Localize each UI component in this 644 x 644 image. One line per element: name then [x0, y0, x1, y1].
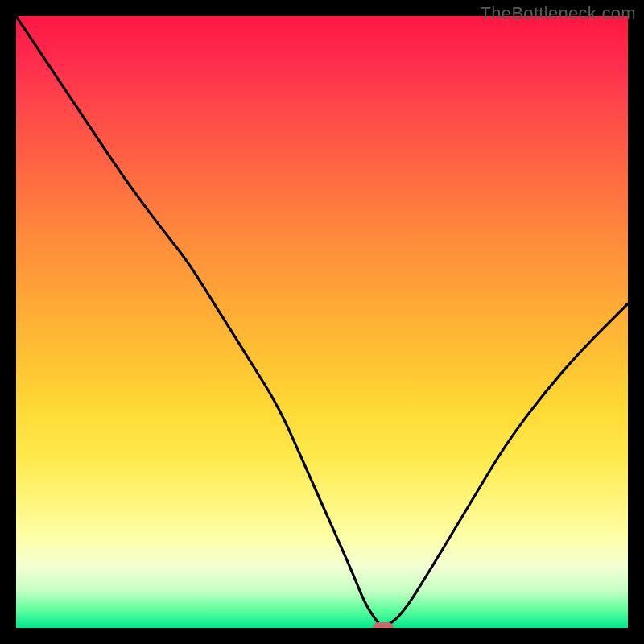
chart-frame: TheBottleneck.com [0, 0, 644, 644]
plot-area [16, 16, 628, 628]
current-config-marker [373, 622, 394, 628]
bottleneck-curve [16, 16, 628, 628]
watermark-text: TheBottleneck.com [481, 3, 636, 24]
